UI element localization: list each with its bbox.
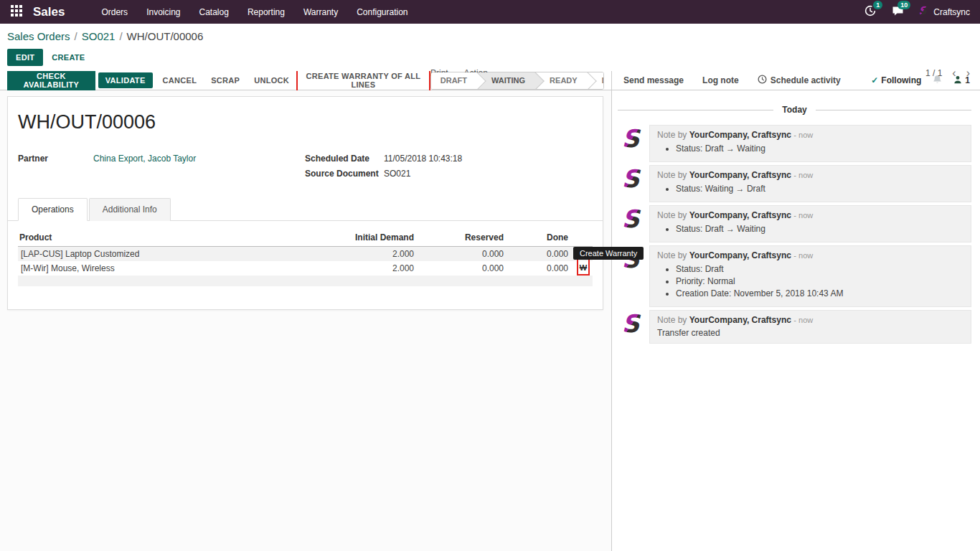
control-panel: Sales Orders/SO021/WH/OUT/00006 EDIT CRE… <box>0 24 980 71</box>
messages-badge: 10 <box>897 1 910 9</box>
avatar: S <box>618 126 644 152</box>
cell-initial-demand: 2.000 <box>324 261 417 276</box>
send-message-button[interactable]: Send message <box>623 75 684 85</box>
pager-value: 1 / 1 <box>925 68 942 78</box>
avatar: S <box>618 166 644 192</box>
pager-previous-button[interactable]: ‹ <box>952 69 956 77</box>
menu-configuration[interactable]: Configuration <box>349 1 415 24</box>
create-button[interactable]: CREATE <box>43 49 93 66</box>
menu-warranty[interactable]: Warranty <box>296 1 346 24</box>
message-time: - now <box>793 251 813 260</box>
svg-text:S: S <box>622 207 641 232</box>
chatter-message: S Note by YourCompany, Craftsync - now S… <box>618 125 971 162</box>
form-view-area: WH/OUT/00006 Partner China Export, Jacob… <box>0 90 612 551</box>
cell-product: [M-Wir] Mouse, Wireless <box>18 261 324 276</box>
menu-orders[interactable]: Orders <box>93 1 136 24</box>
message-author: YourCompany, Craftsync <box>689 250 791 260</box>
top-navbar: Sales Orders Invoicing Catalog Reporting… <box>0 0 980 24</box>
breadcrumb-separator: / <box>119 30 122 42</box>
avatar: S <box>618 207 644 232</box>
form-statusbar: CHECK AVAILABILITY VALIDATE CANCEL SCRAP… <box>0 71 612 90</box>
user-name: Craftsync <box>933 7 970 17</box>
table-row[interactable]: [M-Wir] Mouse, Wireless 2.000 0.000 0.00… <box>18 261 593 276</box>
current-app-name[interactable]: Sales <box>33 5 65 19</box>
menu-invoicing[interactable]: Invoicing <box>138 1 188 24</box>
activity-badge: 1 <box>873 1 882 9</box>
cell-initial-demand: 2.000 <box>324 247 417 262</box>
column-header-reserved: Reserved <box>417 230 507 247</box>
pager-next-button[interactable]: › <box>966 69 970 77</box>
company-logo-icon: S <box>917 5 928 19</box>
svg-text:S: S <box>919 5 928 17</box>
validate-button[interactable]: VALIDATE <box>98 72 153 88</box>
source-document-value: SO021 <box>384 169 462 179</box>
app-menu: Orders Invoicing Catalog Reporting Warra… <box>93 1 415 24</box>
create-warranty-tooltip: Create Warranty <box>573 247 644 260</box>
message-author: YourCompany, Craftsync <box>689 130 791 140</box>
message-author: YourCompany, Craftsync <box>689 170 791 180</box>
tab-operations[interactable]: Operations <box>18 198 88 221</box>
chatter-message: S Note by YourCompany, Craftsync - now T… <box>618 310 971 344</box>
message-bullet: Status: Draft <box>676 263 963 276</box>
check-availability-button[interactable]: CHECK AVAILABILITY <box>7 68 95 93</box>
table-empty-row[interactable] <box>18 276 593 286</box>
status-steps: DRAFT WAITING READY DONE <box>430 72 604 90</box>
cell-done: 0.000 <box>507 261 571 276</box>
cell-reserved: 0.000 <box>417 261 507 276</box>
menu-catalog[interactable]: Catalog <box>192 1 237 24</box>
table-row[interactable]: [LAP-CUS] Laptop Customized 2.000 0.000 … <box>18 247 593 262</box>
log-note-button[interactable]: Log note <box>702 75 739 85</box>
cell-reserved: 0.000 <box>417 247 507 262</box>
avatar: S <box>618 311 644 337</box>
svg-text:S: S <box>622 166 641 192</box>
breadcrumb-current: WH/OUT/00006 <box>127 30 204 42</box>
tab-additional-info[interactable]: Additional Info <box>89 198 171 221</box>
breadcrumb-so021[interactable]: SO021 <box>82 30 116 42</box>
chatter-message: S Note by YourCompany, Craftsync - now S… <box>618 245 971 307</box>
partner-value-link[interactable]: China Export, Jacob Taylor <box>93 154 196 164</box>
messages-menu-button[interactable]: 10 <box>892 5 904 19</box>
message-bullet: Creation Date: November 5, 2018 10:43 AM <box>676 288 963 300</box>
check-icon: ✓ <box>871 75 878 85</box>
unlock-button[interactable]: UNLOCK <box>247 72 296 88</box>
form-sheet: WH/OUT/00006 Partner China Export, Jacob… <box>7 96 603 310</box>
message-bullet: Status: Waiting → Draft <box>676 183 963 195</box>
day-divider: Today <box>618 105 971 115</box>
column-header-initial-demand: Initial Demand <box>324 230 417 247</box>
message-time: - now <box>793 131 813 139</box>
operations-table: Product Initial Demand Reserved Done [LA… <box>18 230 593 286</box>
message-bullet: Priority: Normal <box>676 276 963 288</box>
cell-product: [LAP-CUS] Laptop Customized <box>18 247 324 262</box>
message-time: - now <box>793 316 813 324</box>
message-time: - now <box>793 211 813 220</box>
message-author: YourCompany, Craftsync <box>689 210 791 220</box>
message-text: Transfer created <box>657 328 963 338</box>
breadcrumb: Sales Orders/SO021/WH/OUT/00006 <box>0 24 980 45</box>
edit-button[interactable]: EDIT <box>7 49 43 66</box>
breadcrumb-separator: / <box>75 30 77 42</box>
cancel-button[interactable]: CANCEL <box>156 72 204 88</box>
svg-text:S: S <box>622 311 641 337</box>
create-warranty-icon[interactable]: ₩ <box>577 261 590 276</box>
user-menu-button[interactable]: S Craftsync <box>917 5 970 19</box>
clock-icon <box>758 75 767 86</box>
following-toggle[interactable]: ✓ Following <box>871 75 921 85</box>
breadcrumb-sales-orders[interactable]: Sales Orders <box>7 30 70 42</box>
step-draft[interactable]: DRAFT <box>431 72 477 89</box>
scheduled-date-label: Scheduled Date <box>305 154 384 164</box>
scrap-button[interactable]: SCRAP <box>204 72 247 88</box>
partner-label: Partner <box>18 154 93 179</box>
menu-reporting[interactable]: Reporting <box>240 1 293 24</box>
scheduled-date-value: 11/05/2018 10:43:18 <box>384 154 462 164</box>
apps-menu-button[interactable] <box>0 5 33 19</box>
source-document-label: Source Document <box>305 169 384 179</box>
column-header-product: Product <box>18 230 324 247</box>
chatter-message: S Note by YourCompany, Craftsync - now S… <box>618 165 971 202</box>
record-title: WH/OUT/00006 <box>18 111 593 133</box>
svg-text:S: S <box>622 126 641 152</box>
cell-done: 0.000 <box>507 247 571 262</box>
create-warranty-all-lines-button[interactable]: CREATE WARRANTY OF ALL LINES <box>296 68 430 93</box>
schedule-activity-button[interactable]: Schedule activity <box>758 75 841 86</box>
activity-menu-button[interactable]: 1 <box>864 5 876 19</box>
apps-grid-icon <box>11 5 22 19</box>
